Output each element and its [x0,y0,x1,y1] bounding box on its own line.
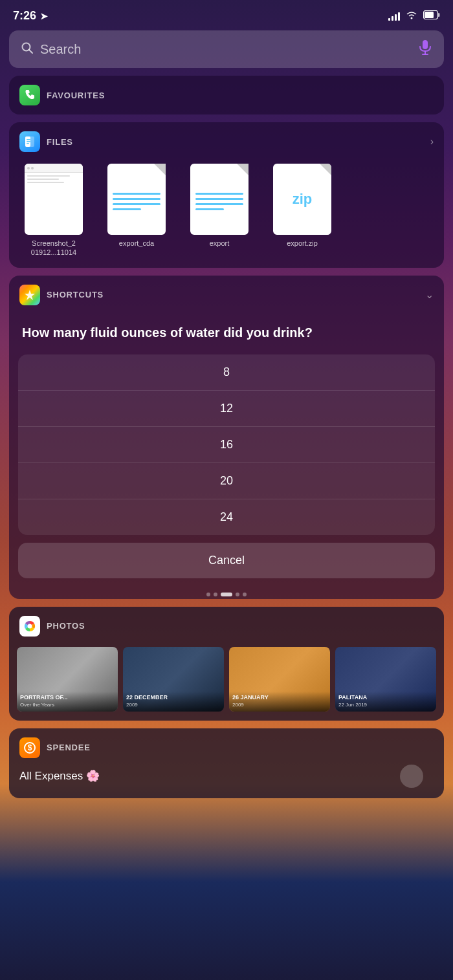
spendee-all-expenses[interactable]: All Expenses 🌸 [9,765,444,798]
file-name: export_cda [119,239,154,248]
files-app-icon [19,131,40,152]
files-content: Screenshot_2 01912...11014 export_cda [9,160,444,268]
status-time: 7:26 ➤ [13,9,48,23]
signal-icon [388,12,400,21]
page-indicator [9,589,444,599]
location-arrow-icon: ➤ [40,11,48,21]
page-dot [214,593,217,596]
photo-album-22dec[interactable]: 22 DECEMBER 2009 [123,647,224,712]
spendee-title: SPENDEE [47,743,91,752]
water-option-24[interactable]: 24 [18,499,435,535]
shortcuts-card[interactable]: SHORTCUTS ⌄ How many fluid ounces of wat… [9,276,444,599]
svg-rect-3 [438,13,440,17]
cancel-button[interactable]: Cancel [18,543,435,578]
favourites-title: FAVOURITES [47,91,105,100]
time-display: 7:26 [13,9,36,23]
shortcuts-question: How many fluid ounces of water did you d… [9,313,444,354]
svg-point-0 [411,17,413,19]
page-dot [206,593,210,596]
photo-album-palitana[interactable]: PALITANA 22 Jun 2019 [335,647,436,712]
page-dot [243,593,247,596]
phone-app-icon [19,85,40,105]
water-option-16[interactable]: 16 [18,427,435,463]
search-icon [21,41,34,58]
file-item[interactable]: Screenshot_2 01912...11014 [18,164,89,257]
svg-text:$: $ [28,743,32,752]
files-chevron-icon: › [430,136,434,147]
page-dot [236,593,239,596]
shortcuts-collapse-icon[interactable]: ⌄ [425,289,434,301]
spendee-header: $ SPENDEE [9,728,444,765]
photos-app-icon [19,616,40,637]
svg-rect-12 [27,141,30,142]
file-item[interactable]: export_cda [101,164,172,257]
shortcuts-app-icon [19,285,40,305]
files-title: FILES [47,137,73,147]
spendee-app-icon: $ [19,737,40,758]
file-item[interactable]: export [184,164,255,257]
shortcuts-title: SHORTCUTS [47,290,104,299]
water-option-20[interactable]: 20 [18,463,435,499]
file-name: Screenshot_2 01912...11014 [18,239,89,257]
photos-header: PHOTOS [9,607,444,644]
zip-file-icon: zip [273,164,331,235]
water-option-12[interactable]: 12 [18,391,435,427]
svg-line-5 [29,50,32,53]
water-options-list: 8 12 16 20 24 [18,354,435,535]
status-bar: 7:26 ➤ [0,0,453,28]
photos-grid: PORTRAITS OF... Over the Years 22 DECEMB… [9,644,444,721]
doc-file-icon [107,164,166,235]
photo-album-portraits[interactable]: PORTRAITS OF... Over the Years [17,647,118,712]
svg-rect-6 [423,40,428,49]
svg-point-14 [28,624,32,628]
files-card[interactable]: FILES › Screenshot_2 01912.. [9,122,444,268]
file-item[interactable]: zip export.zip [267,164,338,257]
photos-title: PHOTOS [47,621,85,631]
microphone-icon[interactable] [418,39,432,59]
search-placeholder: Search [40,42,81,57]
photos-card[interactable]: PHOTOS PORTRAITS OF... Over the Years 22… [9,607,444,721]
battery-icon [423,10,440,22]
status-icons [388,10,440,22]
photo-album-26jan[interactable]: 26 JANUARY 2009 [229,647,330,712]
screenshot-file-icon [25,164,83,235]
spendee-action-button[interactable] [400,765,423,788]
svg-rect-2 [425,12,434,18]
wifi-icon [405,10,418,22]
shortcuts-header: SHORTCUTS ⌄ [9,276,444,313]
file-name: export [210,239,230,248]
doc-file-icon [190,164,249,235]
favourites-card[interactable]: FAVOURITES [9,76,444,114]
svg-rect-11 [27,139,30,140]
search-bar[interactable]: Search [9,30,444,68]
page-dot-active [221,593,232,596]
spendee-card[interactable]: $ SPENDEE All Expenses 🌸 [9,728,444,798]
water-option-8[interactable]: 8 [18,354,435,391]
svg-rect-13 [27,143,29,144]
file-name: export.zip [287,239,318,248]
files-header: FILES › [9,122,444,160]
